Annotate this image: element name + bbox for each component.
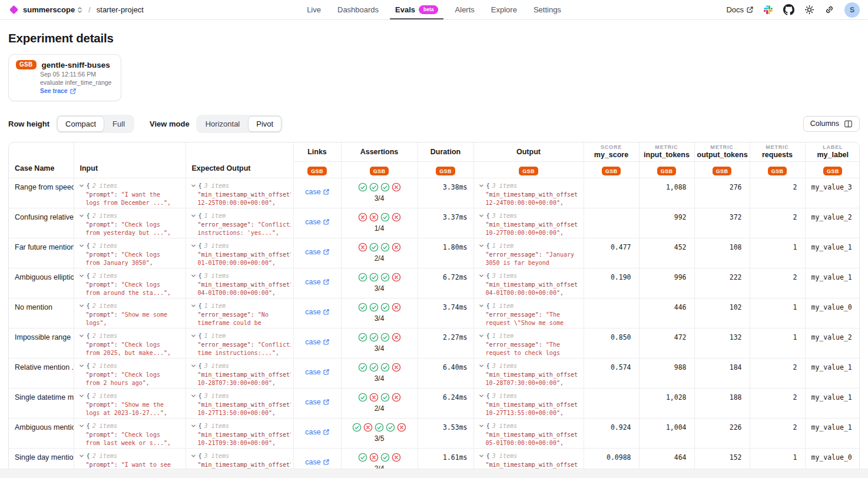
docs-link[interactable]: Docs bbox=[726, 5, 753, 14]
experiment-badge: GSB bbox=[519, 167, 538, 175]
json-brace: { bbox=[87, 332, 90, 339]
view-mode-pivot-button[interactable]: Pivot bbox=[248, 116, 281, 132]
json-item-count: 3 items bbox=[492, 213, 517, 219]
json-brace: { bbox=[486, 212, 490, 219]
label-cell: my_value_2 bbox=[805, 328, 860, 358]
case-link[interactable]: case bbox=[305, 188, 329, 196]
see-trace-link[interactable]: See trace bbox=[40, 87, 76, 95]
case-name-cell: Ambiguous elliptic... bbox=[9, 268, 74, 298]
assertion-pass-icon bbox=[380, 393, 390, 402]
chevron-down-icon[interactable] bbox=[479, 423, 484, 429]
chevron-down-icon[interactable] bbox=[191, 273, 196, 278]
assertion-pass-icon bbox=[375, 423, 384, 432]
chevron-down-icon[interactable] bbox=[79, 393, 84, 399]
case-link[interactable]: case bbox=[305, 368, 329, 376]
github-icon[interactable] bbox=[783, 4, 794, 15]
case-link[interactable]: case bbox=[305, 398, 329, 406]
experiment-badge: GSB bbox=[823, 167, 842, 175]
tab-alerts[interactable]: Alerts bbox=[450, 0, 480, 19]
chevron-down-icon[interactable] bbox=[191, 393, 196, 399]
tab-explore[interactable]: Explore bbox=[486, 0, 522, 19]
tab-evals[interactable]: Evals beta bbox=[390, 0, 443, 19]
chevron-down-icon[interactable] bbox=[79, 243, 84, 248]
columns-button[interactable]: Columns bbox=[803, 116, 860, 132]
case-link[interactable]: case bbox=[305, 278, 329, 286]
tab-dashboards[interactable]: Dashboards bbox=[332, 0, 384, 19]
assertion-fail-icon bbox=[392, 303, 401, 312]
row-height-full-button[interactable]: Full bbox=[104, 116, 133, 132]
chevron-down-icon[interactable] bbox=[191, 423, 196, 429]
label-cell: my_value_1 bbox=[805, 389, 860, 419]
case-link[interactable]: case bbox=[305, 428, 329, 436]
chevron-down-icon[interactable] bbox=[79, 363, 84, 369]
assertions-cell: 3/4 bbox=[341, 178, 418, 208]
chevron-down-icon[interactable] bbox=[191, 213, 196, 218]
table-row: Ambiguous elliptic...{2 items"prompt": "… bbox=[9, 268, 860, 298]
json-item-count: 3 items bbox=[204, 453, 229, 459]
assertion-score: 3/5 bbox=[342, 434, 417, 443]
chevron-down-icon[interactable] bbox=[479, 183, 484, 188]
chevron-down-icon[interactable] bbox=[79, 183, 84, 188]
input-cell: {2 items"prompt": "Show me thelogs at 20… bbox=[74, 389, 185, 419]
chevron-down-icon[interactable] bbox=[479, 213, 484, 218]
theme-toggle-icon[interactable] bbox=[804, 5, 814, 15]
chevron-down-icon[interactable] bbox=[479, 303, 484, 308]
case-link[interactable]: case bbox=[305, 308, 329, 316]
chevron-down-icon[interactable] bbox=[191, 243, 196, 248]
json-item-count: 3 items bbox=[204, 182, 229, 189]
input-tokens-cell: 996 bbox=[639, 268, 694, 298]
expected-output-cell: {3 items"min_timestamp_with_offset"01-01… bbox=[185, 238, 293, 268]
case-link[interactable]: case bbox=[305, 218, 329, 226]
json-brace: { bbox=[486, 242, 490, 249]
label-cell: my_value_1 bbox=[805, 358, 860, 389]
chevron-down-icon[interactable] bbox=[479, 273, 484, 278]
chevron-down-icon[interactable] bbox=[479, 363, 484, 369]
chevron-down-icon[interactable] bbox=[79, 303, 84, 308]
link-icon[interactable] bbox=[824, 5, 834, 15]
avatar[interactable]: S bbox=[844, 2, 860, 18]
output-tokens-cell: 102 bbox=[694, 298, 750, 328]
json-brace: { bbox=[87, 182, 90, 189]
assertion-pass-icon bbox=[380, 453, 390, 462]
score-cell bbox=[584, 389, 639, 419]
view-mode-horizontal-button[interactable]: Horizontal bbox=[197, 116, 249, 132]
chevron-down-icon[interactable] bbox=[191, 333, 196, 338]
chevron-down-icon[interactable] bbox=[79, 213, 84, 218]
chevron-down-icon[interactable] bbox=[79, 453, 84, 459]
chevron-down-icon[interactable] bbox=[79, 423, 84, 429]
score-cell: 0.190 bbox=[584, 268, 639, 298]
chevron-down-icon[interactable] bbox=[191, 363, 196, 369]
chevron-down-icon[interactable] bbox=[479, 333, 484, 338]
json-brace: { bbox=[87, 272, 90, 279]
chevron-down-icon[interactable] bbox=[479, 393, 484, 399]
output-cell: {1 item"error_message": "January3050 is … bbox=[473, 238, 584, 268]
chevron-down-icon[interactable] bbox=[79, 333, 84, 338]
score-cell: 0.850 bbox=[584, 328, 639, 358]
assertion-fail-icon bbox=[363, 423, 373, 432]
chevron-down-icon[interactable] bbox=[191, 303, 196, 308]
table-toolbar: Row height Compact Full View mode Horizo… bbox=[8, 115, 860, 133]
case-link[interactable]: case bbox=[305, 338, 329, 346]
row-height-compact-button[interactable]: Compact bbox=[57, 116, 104, 132]
assertion-pass-icon bbox=[358, 182, 367, 192]
case-link[interactable]: case bbox=[305, 458, 329, 466]
tab-live[interactable]: Live bbox=[302, 0, 326, 19]
view-mode-segmented-control: Horizontal Pivot bbox=[196, 115, 283, 133]
chevron-down-icon[interactable] bbox=[479, 453, 484, 459]
json-item-count: 1 item bbox=[204, 213, 226, 219]
slack-icon[interactable] bbox=[763, 5, 773, 15]
external-link-icon bbox=[323, 339, 329, 345]
horizontal-scrollbar[interactable] bbox=[0, 469, 868, 478]
chevron-down-icon[interactable] bbox=[79, 273, 84, 278]
see-trace-label: See trace bbox=[40, 87, 68, 95]
org-switcher[interactable]: summerscope bbox=[23, 5, 82, 14]
chevron-down-icon[interactable] bbox=[191, 183, 196, 188]
links-cell: case bbox=[293, 268, 341, 298]
duration-cell: 6.24ms bbox=[418, 389, 473, 419]
chevron-down-icon[interactable] bbox=[479, 243, 484, 248]
case-link[interactable]: case bbox=[305, 248, 329, 256]
chevron-down-icon[interactable] bbox=[191, 453, 196, 459]
json-item-count: 1 item bbox=[204, 333, 226, 339]
json-item-count: 2 items bbox=[92, 393, 117, 399]
tab-settings[interactable]: Settings bbox=[528, 0, 566, 19]
